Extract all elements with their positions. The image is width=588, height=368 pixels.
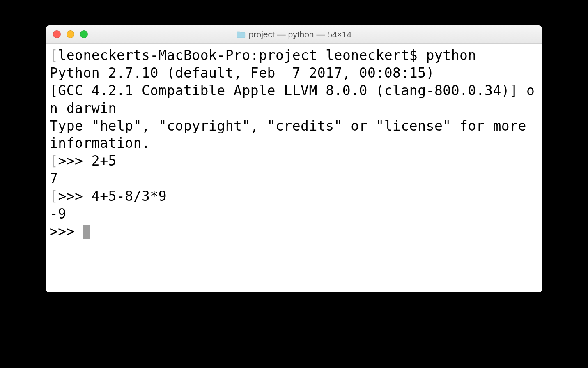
terminal-cursor: [83, 225, 90, 239]
terminal-window: project — python — 54×14 [leoneckerts-Ma…: [46, 25, 542, 292]
terminal-line: Type "help", "copyright", "credits" or "…: [50, 117, 538, 153]
terminal-line: [>>> 4+5-8/3*9: [50, 188, 538, 205]
terminal-line: [>>> 2+5: [50, 152, 538, 170]
bracket-icon: [: [50, 47, 58, 63]
window-title-text: project — python — 54×14: [249, 30, 351, 39]
bracket-icon: [: [50, 188, 58, 204]
terminal-line: -9: [50, 205, 538, 223]
terminal-line: Python 2.7.10 (default, Feb 7 2017, 00:0…: [50, 64, 538, 82]
maximize-button[interactable]: [80, 30, 88, 38]
minimize-button[interactable]: [67, 30, 74, 38]
terminal-line: [leoneckerts-MacBook-Pro:project leoneck…: [50, 47, 538, 64]
terminal-prompt: >>>: [50, 223, 83, 239]
window-title-group: project — python — 54×14: [237, 30, 351, 39]
terminal-prompt-line: >>>: [50, 223, 538, 241]
window-titlebar[interactable]: project — python — 54×14: [46, 25, 542, 44]
bracket-icon: [: [50, 153, 58, 169]
terminal-line: 7: [50, 170, 538, 188]
terminal-line: [GCC 4.2.1 Compatible Apple LLVM 8.0.0 (…: [50, 82, 538, 117]
traffic-lights: [53, 30, 88, 38]
close-button[interactable]: [53, 30, 61, 38]
terminal-content[interactable]: [leoneckerts-MacBook-Pro:project leoneck…: [46, 44, 542, 292]
folder-icon: [237, 31, 246, 38]
